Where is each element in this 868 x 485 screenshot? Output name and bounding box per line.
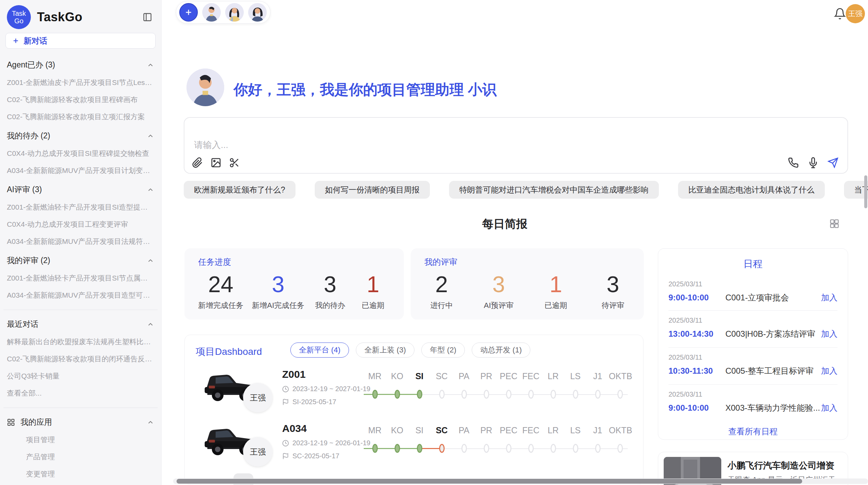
milestone-dot-oktb[interactable] [617, 390, 623, 399]
section-agent-done[interactable]: Agent已办 (3) [7, 60, 154, 70]
milestone-dot-j1[interactable] [595, 444, 601, 453]
tab-year-model[interactable]: 年型 (2) [421, 343, 465, 358]
new-chat-button[interactable]: 新对话 [5, 33, 156, 49]
project-code[interactable]: A034 [282, 423, 307, 434]
session-avatar-bar [176, 1, 270, 24]
join-button[interactable]: 加入 [821, 402, 837, 413]
milestone-dot-mr[interactable] [372, 390, 378, 399]
milestone-dot-lr[interactable] [551, 390, 556, 399]
list-item[interactable]: C0X4-动力总成开发项目工程变更评审 [7, 220, 154, 229]
chevron-up-icon[interactable] [147, 321, 154, 328]
milestone-dot-pec[interactable] [506, 444, 511, 453]
list-item[interactable]: A034-全新新能源MUV产品开发项目法规符合性评审 [7, 237, 154, 246]
microphone-icon[interactable] [808, 157, 819, 168]
list-item[interactable]: Z001-全新燃油轻卡产品开发项目SI造型提交物评审 [7, 202, 154, 212]
avatar[interactable] [248, 3, 267, 22]
milestone-dot-pr[interactable] [484, 390, 489, 399]
list-item[interactable]: Z001-全新燃油轻卡产品开发项目SI节点属性5D文件评审 [7, 273, 154, 283]
sidebar-item-product-mgmt[interactable]: 产品管理 [26, 452, 154, 462]
phone-call-icon[interactable] [788, 157, 799, 168]
suggestion-chip[interactable]: 欧洲新规最近颁布了什么? [184, 181, 296, 199]
layout-grid-icon[interactable] [829, 219, 840, 229]
section-recent-chats[interactable]: 最近对话 [7, 319, 154, 329]
section-ai-review[interactable]: AI评审 (3) [7, 184, 154, 195]
list-item[interactable]: A034-全新新能源MUV产品开发项目计划变更表编写 [7, 166, 154, 175]
chevron-up-icon[interactable] [147, 257, 154, 264]
flag-label: SC-2025-05-17 [292, 452, 339, 460]
milestone-dot-ko[interactable] [395, 444, 400, 453]
avatar[interactable] [202, 3, 221, 22]
list-item[interactable]: C02-飞腾新能源轻客改款项目立项汇报方案 [7, 112, 154, 122]
vertical-scrollbar-thumb[interactable] [864, 175, 867, 208]
section-my-review[interactable]: 我的评审 (2) [7, 255, 154, 266]
attachment-icon[interactable] [192, 157, 203, 168]
suggestion-chip[interactable]: 如何写一份清晰的项目周报 [315, 181, 430, 199]
milestone-dot-sc[interactable] [439, 390, 445, 399]
stat-pending-review: 3 待评审 [596, 271, 630, 311]
milestone-label-lr: LR [542, 425, 564, 435]
milestone-dot-oktb[interactable] [617, 444, 623, 453]
milestone-dot-sc[interactable] [439, 444, 445, 453]
suggestion-chip[interactable]: 特朗普可能对进口汽车增税会对中国车企造成哪些影响 [449, 181, 659, 199]
chevron-up-icon[interactable] [147, 132, 154, 140]
milestone-dot-ls[interactable] [573, 444, 578, 453]
list-item[interactable]: C0X4-动力总成开发项目SI里程碑提交物检查 [7, 149, 154, 158]
section-my-apps[interactable]: 我的应用 [7, 417, 154, 427]
milestone-dot-fec[interactable] [528, 390, 534, 399]
suggestion-chip[interactable]: 比亚迪全固态电池计划具体说了什么 [678, 181, 825, 199]
list-item[interactable]: C02-飞腾新能源轻客改款项目的闭环通告反馈情况 [7, 354, 154, 364]
project-owner-badge[interactable]: 王强 [243, 437, 273, 467]
milestone-dot-pr[interactable] [484, 444, 489, 453]
chat-input-box[interactable]: 请输入... [184, 117, 848, 174]
milestone-dot-pec[interactable] [506, 390, 511, 399]
milestone-dot-mr[interactable] [372, 444, 378, 453]
divider [3, 310, 158, 310]
plus-icon [12, 37, 20, 45]
list-item[interactable]: C02-飞腾新能源轻客改款项目里程碑画布 [7, 95, 154, 104]
chevron-up-icon[interactable] [147, 61, 154, 69]
milestone-dot-ko[interactable] [395, 390, 400, 399]
schedule-time: 9:00-10:00 [668, 293, 723, 302]
project-owner-badge[interactable]: 王强 [243, 383, 273, 412]
milestone-dot-fec[interactable] [528, 444, 534, 453]
list-item[interactable]: 公司Q3轻卡销量 [7, 371, 154, 381]
milestone-dot-pa[interactable] [461, 390, 467, 399]
view-all-schedule-link[interactable]: 查看所有日程 [658, 426, 848, 437]
milestone-dot-pa[interactable] [461, 444, 467, 453]
milestone-dot-ls[interactable] [573, 390, 578, 399]
join-button[interactable]: 加入 [821, 365, 837, 376]
notifications-bell-icon[interactable] [834, 8, 847, 21]
scissors-icon[interactable] [229, 157, 240, 168]
chevron-up-icon[interactable] [147, 186, 154, 194]
sidebar-collapse-icon[interactable] [141, 11, 154, 23]
milestone-dot-si[interactable] [417, 390, 422, 399]
project-code[interactable]: Z001 [282, 369, 305, 380]
milestone-dot-si[interactable] [417, 444, 422, 453]
send-icon[interactable] [828, 157, 839, 168]
scrollbar-thumb[interactable] [177, 479, 802, 484]
list-item[interactable]: 解释最新出台的欧盟报废车法规再生塑料比例被调至15%... [7, 337, 154, 347]
avatar[interactable] [225, 3, 244, 22]
milestone-dot-lr[interactable] [551, 444, 556, 453]
list-item[interactable]: A034-全新新能源MUV产品开发项目造型可行性评审 [7, 290, 154, 300]
join-button[interactable]: 加入 [821, 328, 837, 339]
milestone-dot-j1[interactable] [595, 390, 601, 399]
stat-label: 已逾期 [539, 300, 573, 311]
section-my-todo[interactable]: 我的待办 (2) [7, 130, 154, 141]
horizontal-scrollbar[interactable] [173, 478, 868, 484]
list-item[interactable]: Z001-全新燃油皮卡产品开发项目SI节点Lesson Learn报告 [7, 78, 154, 87]
suggestion-chips: 欧洲新规最近颁布了什么? 如何写一份清晰的项目周报 特朗普可能对进口汽车增税会对… [184, 181, 848, 199]
app-title: TaskGo [37, 10, 82, 24]
tab-new-body[interactable]: 全新上装 (3) [356, 343, 414, 358]
view-all-chats[interactable]: 查看全部... [7, 388, 154, 398]
sidebar-item-project-mgmt[interactable]: 项目管理 [26, 435, 154, 445]
tab-powertrain[interactable]: 动总开发 (1) [472, 343, 530, 358]
chevron-up-icon[interactable] [147, 419, 154, 426]
schedule-entry: 2025/03/11 9:00-10:00 X003-车辆动力学性能验... 加… [668, 390, 837, 413]
join-button[interactable]: 加入 [821, 292, 837, 303]
tab-new-platform[interactable]: 全新平台 (4) [290, 343, 349, 358]
add-session-button[interactable] [179, 3, 198, 22]
user-avatar[interactable]: 王强 [846, 4, 865, 23]
image-upload-icon[interactable] [210, 157, 221, 168]
sidebar-item-change-mgmt[interactable]: 变更管理 [26, 469, 154, 479]
